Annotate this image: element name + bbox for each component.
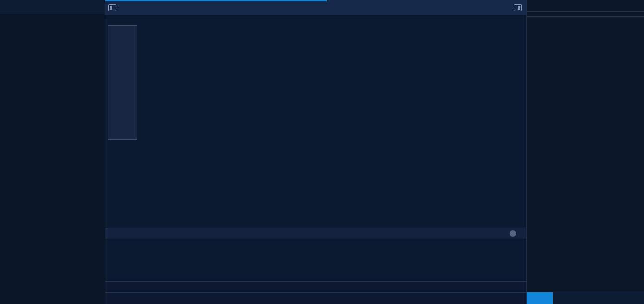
watchlist-sidebar <box>0 0 105 304</box>
tab-pankou[interactable] <box>527 292 553 304</box>
right-panel-toggle-icon[interactable] <box>514 4 522 11</box>
intraday-chart[interactable] <box>105 25 526 228</box>
chart-subheader <box>105 15 526 25</box>
chart-panel <box>105 0 526 304</box>
crosshair-tooltip <box>108 25 137 140</box>
watchlist <box>0 14 105 15</box>
watchlist-tabs <box>0 0 105 14</box>
macd-chart[interactable] <box>105 240 526 281</box>
quote-stats <box>527 12 644 16</box>
macd-header <box>105 228 526 239</box>
chart-toolbar <box>105 0 526 15</box>
left-panel-toggle-icon[interactable] <box>108 4 116 11</box>
indicator-tabs <box>105 292 526 304</box>
indicator-close-icon[interactable] <box>510 230 516 237</box>
trade-list <box>527 17 644 19</box>
pankou-bar <box>527 292 644 304</box>
time-axis <box>105 281 526 292</box>
trading-app <box>0 0 644 304</box>
quote-panel <box>526 0 644 304</box>
quote-name <box>527 0 644 5</box>
